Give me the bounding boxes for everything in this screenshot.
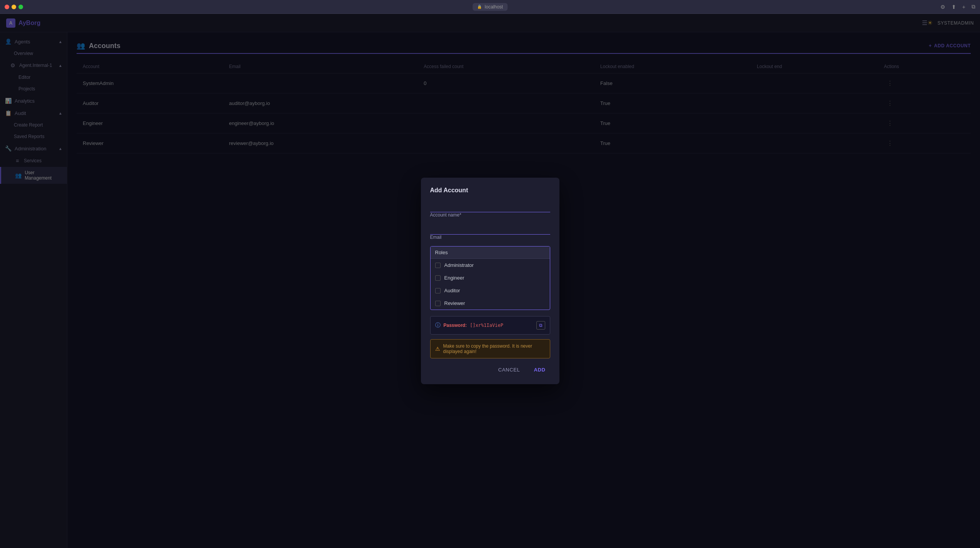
account-name-input[interactable] [430, 202, 550, 212]
role-label-auditor: Auditor [444, 288, 460, 293]
role-label-reviewer: Reviewer [444, 300, 465, 306]
address-bar[interactable]: 🔒 localhost [472, 3, 508, 11]
url-text: localhost [485, 4, 503, 10]
maximize-button[interactable] [18, 5, 23, 9]
password-section: ⓘ Password: []xr%1IaVieP ⧉ [430, 316, 550, 335]
settings-icon[interactable]: ⚙ [940, 4, 945, 10]
email-input[interactable] [430, 224, 550, 235]
role-label-engineer: Engineer [444, 275, 464, 281]
password-label: Password: [444, 323, 467, 328]
role-checkbox-auditor[interactable] [435, 288, 441, 293]
modal-footer: CANCEL ADD [430, 365, 550, 375]
add-button[interactable]: ADD [529, 365, 550, 375]
password-value: []xr%1IaVieP [470, 323, 503, 328]
cancel-button[interactable]: CANCEL [494, 365, 525, 375]
add-account-modal: Add Account Account name* Email Roles Ad… [421, 178, 559, 384]
role-option-administrator[interactable]: Administrator [431, 259, 550, 272]
email-label: Email [430, 235, 550, 240]
role-checkbox-administrator[interactable] [435, 263, 441, 268]
account-name-group: Account name* [430, 202, 550, 218]
modal-overlay[interactable]: Add Account Account name* Email Roles Ad… [0, 14, 980, 548]
email-group: Email [430, 224, 550, 240]
warning-icon: ⚠ [435, 346, 440, 352]
role-checkbox-engineer[interactable] [435, 275, 441, 281]
modal-title: Add Account [430, 187, 550, 194]
roles-dropdown: Roles Administrator Engineer Auditor Rev… [430, 246, 550, 310]
info-icon: ⓘ [435, 322, 441, 329]
role-label-administrator: Administrator [444, 262, 474, 268]
roles-header[interactable]: Roles [431, 247, 550, 259]
lock-icon: 🔒 [477, 5, 482, 9]
titlebar: 🔒 localhost ⚙ ⬆ + ⧉ [0, 0, 980, 14]
traffic-lights[interactable] [5, 5, 23, 9]
password-row: ⓘ Password: []xr%1IaVieP ⧉ [435, 321, 545, 330]
role-option-reviewer[interactable]: Reviewer [431, 297, 550, 310]
account-name-label: Account name* [430, 212, 550, 218]
close-button[interactable] [5, 5, 9, 9]
share-icon[interactable]: ⬆ [952, 4, 956, 10]
role-checkbox-reviewer[interactable] [435, 301, 441, 306]
warning-text: Make sure to copy the password. It is ne… [443, 343, 545, 354]
titlebar-actions: ⚙ ⬆ + ⧉ [940, 3, 975, 10]
copy-password-button[interactable]: ⧉ [536, 321, 545, 330]
role-option-auditor[interactable]: Auditor [431, 284, 550, 297]
warning-box: ⚠ Make sure to copy the password. It is … [430, 339, 550, 358]
role-option-engineer[interactable]: Engineer [431, 272, 550, 284]
copy-tab-icon[interactable]: ⧉ [972, 3, 975, 10]
minimize-button[interactable] [12, 5, 16, 9]
add-tab-icon[interactable]: + [962, 4, 965, 10]
